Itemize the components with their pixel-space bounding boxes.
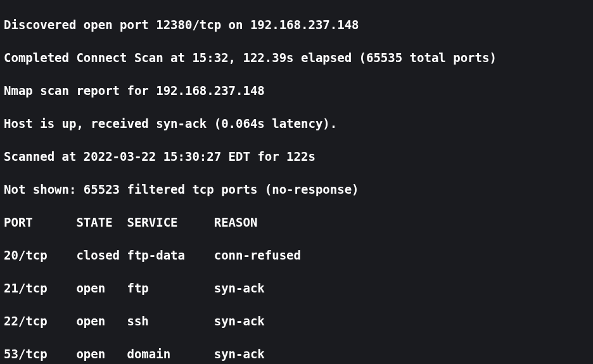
port-table-row: 53/tcp open domain syn-ack	[4, 346, 589, 362]
scan-report-line: Nmap scan report for 192.168.237.148	[4, 82, 589, 99]
completed-scan-line: Completed Connect Scan at 15:32, 122.39s…	[4, 49, 589, 66]
host-status-line: Host is up, received syn-ack (0.064s lat…	[4, 115, 589, 132]
not-shown-line: Not shown: 65523 filtered tcp ports (no-…	[4, 181, 589, 198]
terminal-output[interactable]: Discovered open port 12380/tcp on 192.16…	[0, 0, 593, 364]
port-table-header: PORT STATE SERVICE REASON	[4, 214, 589, 230]
discovered-port-line: Discovered open port 12380/tcp on 192.16…	[4, 16, 589, 33]
port-table-row: 22/tcp open ssh syn-ack	[4, 313, 589, 329]
port-table-row: 20/tcp closed ftp-data conn-refused	[4, 247, 589, 263]
scanned-at-line: Scanned at 2022-03-22 15:30:27 EDT for 1…	[4, 148, 589, 165]
port-table-row: 21/tcp open ftp syn-ack	[4, 280, 589, 296]
